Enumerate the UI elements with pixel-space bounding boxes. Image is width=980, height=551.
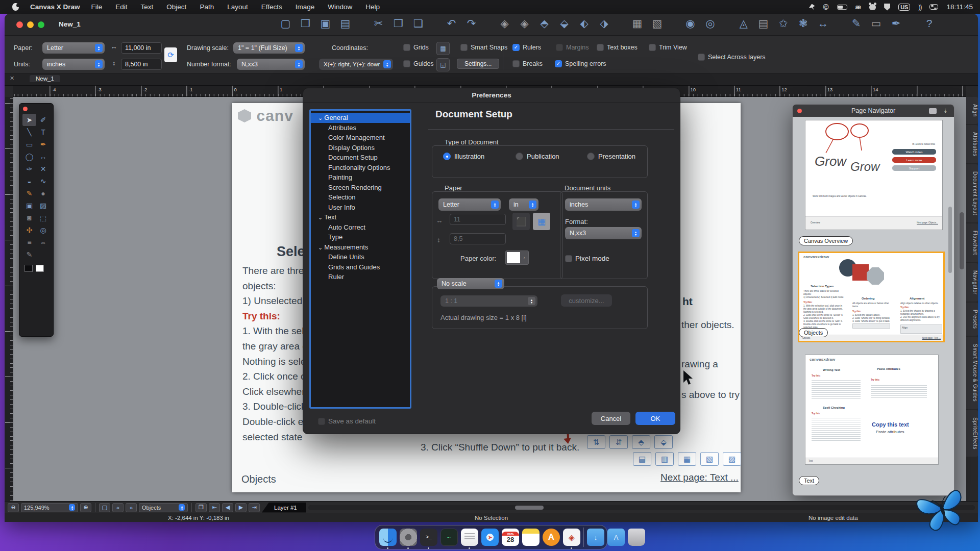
text-tool[interactable]: T: [36, 126, 50, 138]
ordering-icon-button[interactable]: ⇵: [609, 435, 628, 449]
menu-item[interactable]: Path: [200, 3, 214, 11]
page-badge-text[interactable]: Text: [799, 476, 819, 485]
guides-style-button[interactable]: ◱: [436, 58, 450, 71]
marquee-tool[interactable]: ⬚: [36, 212, 50, 224]
save-as-default-checkbox[interactable]: Save as default: [318, 417, 376, 425]
cancel-button[interactable]: Cancel: [592, 412, 630, 425]
send-backward-icon[interactable]: ⬙: [554, 17, 574, 30]
pixel-mode-checkbox[interactable]: Pixel mode: [565, 255, 609, 262]
prefs-item-user-info[interactable]: User Info: [311, 203, 410, 213]
forward-page-button[interactable]: ▶: [235, 503, 247, 512]
prefs-item-grids-and-guides[interactable]: Grids and Guides: [311, 262, 410, 272]
shuffle-down-icon[interactable]: ⬗: [594, 17, 614, 30]
align-icon-button[interactable]: ▦: [678, 452, 696, 466]
first-page-button[interactable]: ⇤: [209, 503, 220, 512]
prefs-item-painting[interactable]: Painting: [311, 172, 410, 183]
horizontal-scrollbar[interactable]: [308, 505, 975, 510]
resize-document-icon[interactable]: ↔: [813, 17, 833, 30]
align-icon-button[interactable]: ▤: [633, 452, 651, 466]
prefs-item-selection[interactable]: Selection: [311, 192, 410, 203]
sphere-tool[interactable]: ●: [36, 187, 50, 199]
prefs-item-functionality-options[interactable]: Functionality Options: [311, 163, 410, 173]
ae-input-icon[interactable]: æ: [855, 3, 862, 11]
stamp-tool[interactable]: ◙: [22, 212, 36, 224]
scale-select[interactable]: No scale: [437, 278, 504, 289]
zoom-out-button[interactable]: ⊖: [8, 503, 19, 512]
page-select[interactable]: Objects: [139, 503, 188, 512]
ellipse-tool[interactable]: ◯: [22, 151, 36, 163]
save-icon[interactable]: ▣: [315, 17, 335, 30]
ordering-icon-button[interactable]: ⇅: [587, 435, 605, 449]
apple-menu-icon[interactable]: [12, 3, 19, 11]
menu-item[interactable]: Effects: [261, 3, 282, 11]
send-to-back-icon[interactable]: ◈: [514, 17, 534, 30]
canvas-vertical-scrollbar[interactable]: [960, 212, 964, 269]
input-source-indicator[interactable]: US: [898, 4, 910, 11]
grid-style-button[interactable]: ▦: [436, 42, 450, 55]
paper-unit-select[interactable]: in: [509, 198, 538, 211]
paper-size-select-dialog[interactable]: Letter: [438, 198, 501, 211]
ruler-settings-icon[interactable]: ▤: [753, 17, 773, 30]
bucket-tool[interactable]: ◒: [22, 175, 36, 187]
ok-button[interactable]: OK: [635, 412, 675, 425]
portrait-orientation-button[interactable]: ⬛: [512, 213, 530, 230]
group-icon[interactable]: ▦: [627, 17, 647, 30]
menu-item[interactable]: Image: [296, 3, 315, 11]
paper-size-select[interactable]: Letter: [42, 42, 105, 54]
number-format-select[interactable]: N,xx3: [237, 59, 305, 70]
tab-align[interactable]: Align: [966, 97, 978, 124]
presentation-radio[interactable]: Presentation: [587, 153, 635, 160]
thumb-next-page-link[interactable]: Next page: Objects...: [917, 221, 938, 224]
unlock-icon[interactable]: ◎: [700, 17, 720, 30]
document-tab[interactable]: New_1: [30, 75, 60, 82]
pin-icon[interactable]: [809, 4, 815, 10]
close-window-button[interactable]: [16, 21, 23, 28]
dock-textedit-icon[interactable]: [461, 529, 478, 546]
undo-icon[interactable]: ↶: [442, 17, 461, 30]
watch-video-button[interactable]: Watch video: [892, 149, 936, 155]
dock-canvas-x-draw-icon[interactable]: ◈: [563, 529, 580, 546]
ink-tool[interactable]: ✎: [22, 248, 36, 261]
help-icon[interactable]: ?: [919, 17, 939, 30]
back-page-button[interactable]: ◀: [222, 503, 233, 512]
drawing-scale-select[interactable]: 1" = 1" (Full Size): [233, 42, 305, 54]
prefs-group-measurements[interactable]: Measurements: [311, 242, 410, 253]
paper-color-swatch[interactable]: ›: [505, 251, 529, 265]
tab-attributes[interactable]: Attributes: [966, 125, 978, 163]
dock-terminal-icon[interactable]: >_: [420, 529, 437, 546]
battery-icon[interactable]: [837, 5, 847, 10]
document-units-select[interactable]: inches: [565, 198, 642, 211]
layer-tab[interactable]: Layer #1: [262, 503, 306, 513]
align-icon-button[interactable]: ▨: [723, 452, 741, 466]
grids-checkbox[interactable]: Grids: [403, 44, 429, 51]
guides-checkbox[interactable]: Guides: [403, 60, 434, 67]
volume-icon[interactable]: )): [918, 4, 921, 11]
trim-view-checkbox[interactable]: Trim View: [649, 44, 687, 51]
margins-checkbox[interactable]: Margins: [556, 44, 589, 51]
zoom-level-select[interactable]: 125,949%: [21, 503, 78, 512]
landscape-orientation-button[interactable]: ▦: [533, 213, 550, 230]
gear-document-icon[interactable]: ❃: [793, 17, 813, 30]
dock-notes-icon[interactable]: [522, 529, 540, 546]
previous-page-button[interactable]: «: [112, 503, 124, 512]
prefs-item-auto-correct[interactable]: Auto Correct: [311, 222, 410, 233]
marker-tool[interactable]: ✎: [22, 187, 36, 199]
spelling-errors-checkbox[interactable]: ✓Spelling errors: [555, 60, 606, 67]
page-icon[interactable]: ▢: [99, 503, 110, 512]
dock-app-a-icon[interactable]: A: [543, 529, 560, 546]
close-panel-button[interactable]: [797, 109, 802, 113]
prefs-item-type[interactable]: Type: [311, 232, 410, 242]
edit-document-icon[interactable]: ✎: [846, 17, 866, 30]
menu-item[interactable]: File: [91, 3, 103, 11]
bring-to-front-icon[interactable]: ◈: [495, 17, 514, 30]
paper-height-field[interactable]: 8,500 in: [121, 59, 162, 70]
dock-activity-monitor-icon[interactable]: ~: [440, 529, 458, 546]
bear-app-icon[interactable]: [869, 4, 876, 10]
stroke-presets[interactable]: ≡: [22, 236, 36, 248]
duplicate-page-button[interactable]: ❐: [195, 503, 207, 512]
settings-button[interactable]: Settings...: [457, 59, 499, 69]
menu-clock[interactable]: 18:11:45: [946, 3, 973, 11]
dock-safari-icon[interactable]: ➤: [481, 529, 499, 546]
thumb-next-page-link[interactable]: Next page: Text ...: [922, 337, 941, 340]
scrollbar-thumb[interactable]: [515, 506, 544, 510]
